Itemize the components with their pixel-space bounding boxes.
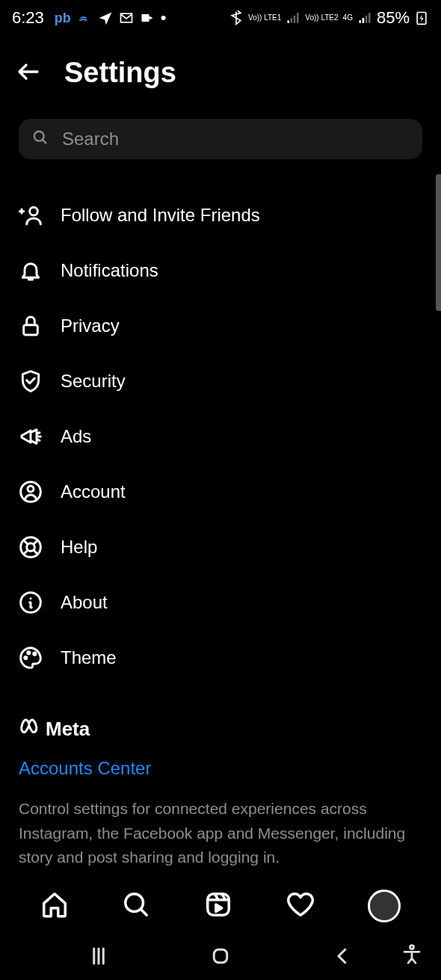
signal2-icon	[357, 10, 372, 25]
page-title: Settings	[64, 57, 176, 89]
item-security[interactable]: Security	[19, 354, 422, 409]
accounts-center-link[interactable]: Accounts Center	[19, 758, 422, 779]
item-label: Help	[61, 537, 97, 558]
item-ads[interactable]: Ads	[19, 409, 422, 464]
shield-icon	[19, 369, 43, 393]
scrollbar[interactable]	[436, 174, 441, 311]
back-system-button[interactable]	[282, 945, 404, 967]
avatar	[368, 890, 401, 922]
bell-icon	[19, 259, 43, 283]
status-right: Vo)) LTE1 Vo)) LTE2 4G 85%	[229, 8, 429, 28]
gmail-icon	[119, 10, 134, 25]
meta-section: Meta Accounts Center Control settings fo…	[0, 685, 441, 870]
lte2-indicator: Vo)) LTE2	[305, 14, 338, 22]
battery-charging-icon	[414, 10, 429, 25]
clock: 6:23	[12, 8, 44, 28]
item-label: About	[61, 592, 108, 613]
search-input[interactable]	[62, 129, 409, 150]
item-help[interactable]: Help	[19, 520, 422, 575]
lifebuoy-icon	[19, 535, 43, 559]
bluetooth-icon	[229, 10, 244, 25]
item-label: Ads	[61, 426, 91, 447]
item-privacy[interactable]: Privacy	[19, 298, 422, 354]
svg-point-4	[30, 207, 38, 215]
battery-percent: 85%	[377, 8, 410, 28]
meta-logo-icon	[19, 715, 41, 743]
meta-brand: Meta	[19, 715, 422, 743]
send-icon	[98, 10, 113, 25]
network-indicator: 4G	[343, 14, 353, 22]
svg-point-17	[410, 946, 414, 949]
meta-description: Control settings for connected experienc…	[19, 797, 422, 870]
megaphone-icon	[19, 425, 43, 449]
item-account[interactable]: Account	[19, 464, 422, 520]
wing-icon	[77, 10, 92, 25]
recents-button[interactable]	[37, 945, 159, 967]
search-tab[interactable]	[122, 890, 150, 922]
item-label: Follow and Invite Friends	[61, 205, 260, 226]
svg-rect-16	[214, 949, 227, 963]
svg-point-7	[28, 486, 34, 492]
item-about[interactable]: About	[19, 575, 422, 630]
svg-point-12	[28, 652, 30, 654]
svg-point-13	[34, 653, 36, 655]
system-nav	[0, 932, 441, 980]
page-header: Settings	[0, 36, 441, 119]
search-field[interactable]	[19, 119, 422, 159]
home-button[interactable]	[159, 945, 281, 967]
item-theme[interactable]: Theme	[19, 630, 422, 685]
status-bar: 6:23 pb • Vo)) LTE1 Vo)) LTE2 4G 85%	[0, 0, 441, 36]
signal1-icon	[286, 10, 300, 25]
status-left: 6:23 pb •	[12, 8, 167, 28]
search-icon	[32, 129, 49, 149]
person-circle-icon	[19, 480, 43, 504]
add-person-icon	[19, 203, 43, 227]
item-follow-invite[interactable]: Follow and Invite Friends	[19, 188, 422, 243]
svg-point-11	[25, 656, 27, 659]
item-label: Theme	[61, 647, 117, 668]
palette-icon	[19, 646, 43, 670]
reels-tab[interactable]	[204, 890, 232, 922]
info-icon	[19, 591, 43, 614]
home-tab[interactable]	[40, 890, 69, 922]
app-bottom-nav	[0, 880, 441, 932]
item-label: Notifications	[61, 260, 158, 281]
item-label: Security	[61, 371, 126, 392]
activity-tab[interactable]	[286, 890, 315, 922]
outlook-icon	[140, 10, 155, 25]
lte1-indicator: Vo)) LTE1	[248, 14, 281, 22]
lock-icon	[19, 314, 43, 338]
svg-rect-5	[24, 325, 38, 335]
back-button[interactable]	[15, 58, 42, 88]
svg-rect-1	[141, 14, 149, 22]
settings-list: Follow and Invite Friends Notifications …	[0, 159, 441, 685]
profile-tab[interactable]	[368, 890, 401, 922]
pb-icon: pb	[55, 10, 71, 26]
dot-icon: •	[161, 8, 167, 28]
accessibility-button[interactable]	[401, 943, 423, 969]
meta-brand-label: Meta	[46, 718, 90, 741]
item-notifications[interactable]: Notifications	[19, 243, 422, 298]
item-label: Privacy	[61, 315, 120, 336]
item-label: Account	[61, 481, 126, 502]
